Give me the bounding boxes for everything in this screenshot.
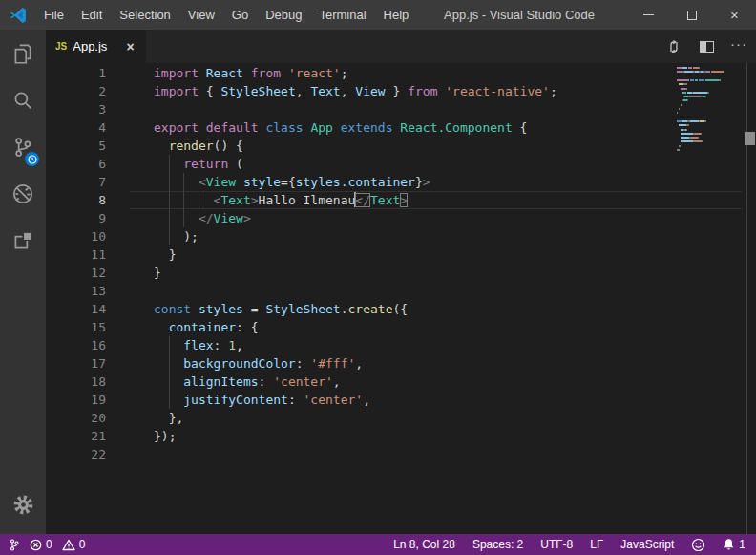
tab-close-icon[interactable]: × bbox=[126, 40, 134, 53]
minimize-button[interactable] bbox=[627, 0, 670, 30]
sidebar-item-explorer[interactable] bbox=[0, 30, 46, 76]
menu-debug[interactable]: Debug bbox=[257, 0, 310, 30]
code-line-15[interactable]: 15container: { bbox=[46, 318, 756, 336]
line-number[interactable]: 16 bbox=[46, 336, 130, 354]
more-actions-icon[interactable]: ··· bbox=[729, 37, 748, 56]
line-number[interactable]: 20 bbox=[46, 409, 130, 427]
minimap-line bbox=[677, 83, 742, 85]
line-number[interactable]: 11 bbox=[46, 245, 130, 264]
line-number[interactable]: 8 bbox=[46, 191, 130, 209]
menu-terminal[interactable]: Terminal bbox=[310, 0, 374, 30]
settings-button[interactable] bbox=[0, 481, 46, 528]
sidebar-item-search[interactable] bbox=[0, 76, 46, 123]
code-line-21[interactable]: 21}); bbox=[46, 427, 756, 445]
menu-view[interactable]: View bbox=[179, 0, 223, 30]
javascript-file-icon: JS bbox=[55, 41, 67, 52]
menu-edit[interactable]: Edit bbox=[73, 0, 111, 30]
line-number[interactable]: 7 bbox=[46, 173, 130, 191]
sidebar-item-source-control[interactable] bbox=[0, 123, 46, 170]
error-count: 0 bbox=[46, 538, 52, 551]
line-number[interactable]: 1 bbox=[46, 64, 130, 82]
code-line-14[interactable]: 14const styles = StyleSheet.create({ bbox=[46, 300, 756, 318]
code-line-7[interactable]: 7<View style={styles.container}> bbox=[46, 173, 756, 191]
tab-appjs[interactable]: JS App.js × bbox=[46, 30, 146, 63]
problems-status[interactable]: 0 0 bbox=[30, 538, 85, 551]
title-bar: FileEditSelectionViewGoDebugTerminalHelp… bbox=[0, 0, 756, 30]
line-number[interactable]: 18 bbox=[46, 373, 130, 391]
code-line-16[interactable]: 16flex: 1, bbox=[46, 336, 756, 354]
code-line-13[interactable]: 13 bbox=[46, 282, 756, 300]
menu-go[interactable]: Go bbox=[223, 0, 257, 30]
git-branch-icon bbox=[9, 538, 20, 552]
minimap-line bbox=[677, 71, 742, 73]
code-line-4[interactable]: 4export default class App extends React.… bbox=[46, 118, 756, 137]
git-branch-status[interactable] bbox=[9, 538, 20, 552]
line-number[interactable]: 4 bbox=[46, 118, 130, 137]
eol-status[interactable]: LF bbox=[590, 538, 603, 551]
code-line-18[interactable]: 18alignItems: 'center', bbox=[46, 373, 756, 391]
minimap-line bbox=[677, 99, 742, 101]
line-number[interactable]: 21 bbox=[46, 427, 130, 445]
menu-selection[interactable]: Selection bbox=[111, 0, 178, 30]
menubar: FileEditSelectionViewGoDebugTerminalHelp bbox=[35, 0, 417, 30]
line-number[interactable]: 13 bbox=[46, 282, 130, 300]
line-number[interactable]: 22 bbox=[46, 445, 130, 463]
code-line-1[interactable]: 1import React from 'react'; bbox=[46, 64, 756, 82]
minimap-line bbox=[677, 133, 742, 135]
line-number[interactable]: 3 bbox=[46, 100, 130, 118]
vscode-window: FileEditSelectionViewGoDebugTerminalHelp… bbox=[0, 0, 756, 555]
maximize-button[interactable] bbox=[670, 0, 713, 30]
minimap-line bbox=[677, 96, 742, 97]
overview-ruler-cursor-marker[interactable] bbox=[746, 132, 755, 145]
code-line-9[interactable]: 9</View> bbox=[46, 209, 756, 227]
window-title: App.js - Visual Studio Code bbox=[444, 0, 595, 30]
code-line-12[interactable]: 12} bbox=[46, 264, 756, 282]
code-line-3[interactable]: 3 bbox=[46, 100, 756, 118]
code-line-2[interactable]: 2import { StyleSheet, Text, View } from … bbox=[46, 82, 756, 100]
code-line-17[interactable]: 17backgroundColor: '#fff', bbox=[46, 354, 756, 373]
sidebar-item-debug[interactable] bbox=[0, 170, 46, 217]
code-editor[interactable]: 1import React from 'react';2import { Sty… bbox=[46, 63, 756, 534]
indentation-status[interactable]: Spaces: 2 bbox=[472, 538, 523, 551]
sidebar-item-extensions[interactable] bbox=[0, 217, 46, 264]
menu-file[interactable]: File bbox=[35, 0, 73, 30]
line-number[interactable]: 6 bbox=[46, 155, 130, 173]
line-number[interactable]: 15 bbox=[46, 318, 130, 336]
close-button[interactable]: × bbox=[713, 0, 756, 30]
notifications-status[interactable]: 1 bbox=[723, 538, 746, 551]
vscode-logo-icon bbox=[9, 6, 28, 25]
status-bar: 0 0 Ln 8, Col 28 Spaces: 2 UTF-8 LF Java… bbox=[0, 534, 756, 555]
code-line-6[interactable]: 6return ( bbox=[46, 155, 756, 173]
cursor-position-status[interactable]: Ln 8, Col 28 bbox=[393, 538, 455, 551]
code-line-20[interactable]: 20}, bbox=[46, 409, 756, 427]
code-line-8[interactable]: 8<Text>Hallo Ilmenau</Text> bbox=[46, 191, 756, 209]
line-number[interactable]: 12 bbox=[46, 264, 130, 282]
line-number[interactable]: 10 bbox=[46, 227, 130, 245]
minimap-line bbox=[677, 149, 742, 151]
feedback-smiley-icon[interactable] bbox=[691, 538, 705, 552]
debug-no-bug-icon bbox=[10, 181, 35, 206]
line-number[interactable]: 5 bbox=[46, 137, 130, 155]
line-number[interactable]: 19 bbox=[46, 391, 130, 409]
minimap-line bbox=[677, 124, 742, 126]
line-number[interactable]: 14 bbox=[46, 300, 130, 318]
code-line-22[interactable]: 22 bbox=[46, 445, 756, 463]
open-changes-icon[interactable] bbox=[664, 37, 683, 56]
code-line-19[interactable]: 19justifyContent: 'center', bbox=[46, 391, 756, 409]
menu-help[interactable]: Help bbox=[375, 0, 418, 30]
line-number[interactable]: 9 bbox=[46, 209, 130, 227]
split-editor-icon[interactable] bbox=[697, 37, 716, 56]
minimap-line bbox=[677, 75, 742, 77]
language-mode-status[interactable]: JavaScript bbox=[620, 538, 674, 551]
encoding-status[interactable]: UTF-8 bbox=[540, 538, 573, 551]
warning-count: 0 bbox=[79, 538, 86, 551]
code-line-11[interactable]: 11} bbox=[46, 245, 756, 264]
line-number[interactable]: 17 bbox=[46, 354, 130, 373]
minimize-icon bbox=[643, 14, 654, 15]
activity-bar bbox=[0, 30, 46, 534]
minimap-line bbox=[677, 108, 742, 110]
code-line-5[interactable]: 5render() { bbox=[46, 137, 756, 155]
tab-label: App.js bbox=[73, 39, 107, 53]
line-number[interactable]: 2 bbox=[46, 82, 130, 100]
code-line-10[interactable]: 10); bbox=[46, 227, 756, 245]
